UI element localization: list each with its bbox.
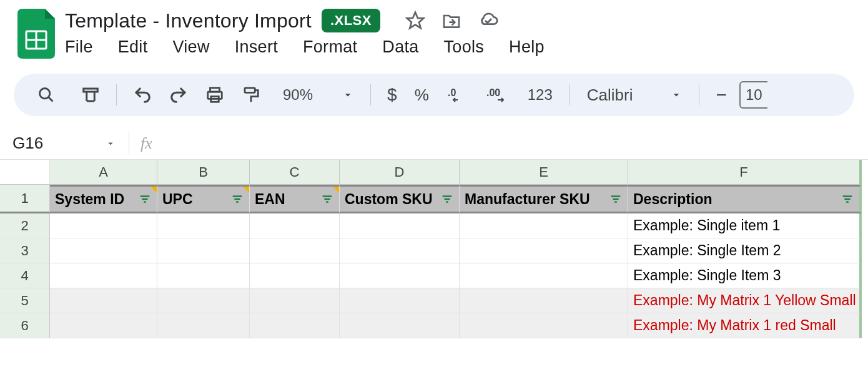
sheets-logo-icon[interactable] (17, 9, 55, 59)
move-folder-icon[interactable] (441, 10, 461, 31)
print-icon[interactable] (200, 86, 229, 104)
cell-b6[interactable] (157, 313, 250, 338)
cell-d2[interactable] (340, 213, 460, 238)
cell-e4[interactable] (460, 263, 628, 288)
cell-b2[interactable] (157, 213, 250, 238)
svg-line-5 (49, 97, 53, 102)
row-header-1[interactable]: 1 (0, 185, 50, 213)
col-header-a[interactable]: A (50, 160, 157, 185)
cell-d4[interactable] (340, 263, 460, 288)
cell-f5[interactable]: Example: My Matrix 1 Yellow Small (628, 288, 862, 313)
font-size-input[interactable]: 10 (739, 81, 767, 109)
name-box-dropdown-icon[interactable] (105, 138, 116, 149)
cell-d5[interactable] (340, 288, 460, 313)
search-icon[interactable] (32, 86, 60, 104)
row-header-2[interactable]: 2 (0, 213, 50, 238)
cell-a2[interactable] (50, 213, 157, 238)
currency-icon[interactable]: $ (382, 85, 402, 105)
cell-c2[interactable] (250, 213, 340, 238)
header-cell-custom-sku[interactable]: Custom SKU (340, 185, 460, 213)
cell-e5[interactable] (460, 288, 628, 313)
menu-help[interactable]: Help (509, 37, 545, 57)
table-row: 5 Example: My Matrix 1 Yellow Small (0, 288, 868, 313)
cell-d6[interactable] (340, 313, 460, 338)
col-header-d[interactable]: D (340, 160, 460, 185)
cloud-saved-icon[interactable] (478, 10, 499, 31)
fx-icon[interactable]: fx (141, 134, 152, 153)
cell-a5[interactable] (50, 288, 157, 313)
divider (129, 132, 129, 155)
svg-rect-6 (84, 89, 98, 92)
number-format-button[interactable]: 123 (523, 86, 558, 104)
filter-icon[interactable] (320, 192, 334, 206)
col-header-c[interactable]: C (250, 160, 340, 185)
document-title[interactable]: Template - Inventory Import (65, 9, 312, 32)
col-header-f[interactable]: F (628, 160, 862, 185)
col-header-b[interactable]: B (157, 160, 250, 185)
cell-a3[interactable] (50, 238, 157, 263)
zoom-level[interactable]: 90% (279, 86, 317, 104)
paint-format-icon[interactable] (237, 86, 265, 104)
menu-edit[interactable]: Edit (118, 37, 148, 57)
cell-b4[interactable] (157, 263, 250, 288)
cell-c6[interactable] (250, 313, 340, 338)
row-header-3[interactable]: 3 (0, 238, 50, 263)
svg-point-4 (40, 89, 50, 99)
cell-e3[interactable] (460, 238, 628, 263)
menu-file[interactable]: File (65, 37, 93, 57)
svg-rect-11 (208, 92, 222, 99)
cell-c4[interactable] (250, 263, 340, 288)
undo-icon[interactable] (128, 86, 157, 104)
header-cell-upc[interactable]: UPC (157, 185, 250, 213)
filter-icon[interactable] (138, 192, 152, 206)
cell-f4[interactable]: Example: Single Item 3 (628, 263, 862, 288)
redo-icon[interactable] (164, 86, 193, 104)
cell-f3[interactable]: Example: Single Item 2 (628, 238, 862, 263)
filter-icon[interactable] (609, 192, 623, 206)
note-indicator-icon (333, 187, 339, 193)
select-all-corner[interactable] (0, 160, 50, 185)
col-header-e[interactable]: E (460, 160, 628, 185)
percent-icon[interactable]: % (410, 86, 434, 105)
cell-a4[interactable] (50, 263, 157, 288)
font-dropdown-icon[interactable] (665, 89, 688, 101)
divider (116, 84, 117, 105)
row-header-4[interactable]: 4 (0, 263, 50, 288)
cell-f2[interactable]: Example: Single item 1 (628, 213, 862, 238)
cell-c5[interactable] (250, 288, 340, 313)
increase-decimal-icon[interactable]: .00 (480, 84, 515, 105)
cell-a6[interactable] (50, 313, 157, 338)
name-box[interactable]: G16 (0, 134, 129, 153)
header-cell-description[interactable]: Description (628, 185, 862, 213)
cell-e2[interactable] (460, 213, 628, 238)
filter-icon[interactable] (841, 192, 854, 206)
cell-d3[interactable] (340, 238, 460, 263)
cell-f6[interactable]: Example: My Matrix 1 red Small (628, 313, 862, 338)
app-header: Template - Inventory Import .XLSX File E… (0, 0, 868, 59)
menu-tools[interactable]: Tools (444, 37, 485, 57)
table-row: 2 Example: Single item 1 (0, 213, 868, 238)
filter-icon[interactable] (230, 192, 244, 206)
row-header-5[interactable]: 5 (0, 288, 50, 313)
menu-view[interactable]: View (172, 37, 209, 57)
star-icon[interactable] (405, 10, 425, 31)
decrease-decimal-icon[interactable]: .0 (441, 84, 473, 105)
menu-format[interactable]: Format (303, 37, 357, 57)
font-size-decrease-icon[interactable]: − (711, 84, 732, 105)
file-type-badge: .XLSX (322, 9, 380, 32)
header-cell-system-id[interactable]: System ID (50, 185, 157, 213)
zoom-dropdown-icon[interactable] (337, 89, 359, 101)
font-family-select[interactable]: Calibri (581, 86, 639, 105)
menu-insert[interactable]: Insert (235, 37, 278, 57)
cell-b3[interactable] (157, 238, 250, 263)
menu-data[interactable]: Data (382, 37, 418, 57)
cell-b5[interactable] (157, 288, 250, 313)
cell-e6[interactable] (460, 313, 628, 338)
header-cell-manufacturer-sku[interactable]: Manufacturer SKU (460, 185, 628, 213)
header-cell-ean[interactable]: EAN (250, 185, 340, 213)
menus-icon[interactable] (76, 86, 105, 104)
cell-c3[interactable] (250, 238, 340, 263)
filter-icon[interactable] (440, 192, 454, 206)
toolbar: 90% $ % .0 .00 123 Calibri − 10 (14, 74, 854, 116)
row-header-6[interactable]: 6 (0, 313, 50, 338)
